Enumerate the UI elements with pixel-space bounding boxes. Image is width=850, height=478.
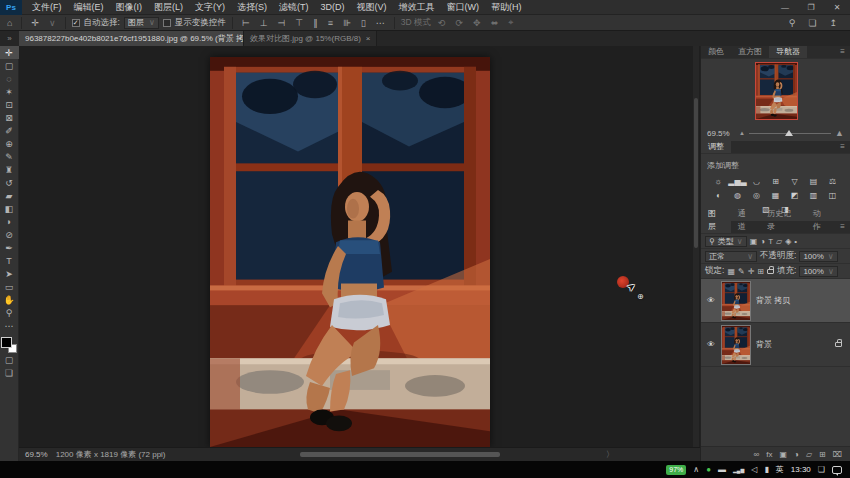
lock-row: 锁定: ▦✎✛⊞ 填充: 100% ∨ xyxy=(701,264,850,279)
3d-mode-label: 3D 模式 xyxy=(401,17,431,29)
add-adjustment-label: 添加调整 xyxy=(707,160,844,171)
lock-label: 锁定: xyxy=(705,265,724,277)
separator xyxy=(394,17,395,29)
blend-mode-row: 正常 ∨ 不透明度: 100% ∨ xyxy=(701,249,850,264)
menu-item[interactable]: 3D(D) xyxy=(315,0,351,15)
current-tool-icon[interactable]: ✛ xyxy=(28,18,42,28)
navigator-zoom-slider[interactable] xyxy=(749,133,831,134)
menu-item[interactable]: 编辑(E) xyxy=(68,0,110,15)
layer-list: 👁 背景 拷贝 👁 背景 xyxy=(701,279,850,367)
menu-item[interactable]: 帮助(H) xyxy=(485,0,528,15)
layer-visibility-eye-icon[interactable]: 👁 xyxy=(706,340,716,349)
restore-icon[interactable]: ❐ xyxy=(798,0,824,15)
share-icon[interactable]: ↥ xyxy=(826,18,840,28)
zoom-out-mountain-icon[interactable]: ▲ xyxy=(739,130,745,136)
tray-app-icon[interactable]: ▬ xyxy=(718,465,726,474)
背景 拷贝[interactable]: 👁 背景 拷贝 xyxy=(701,279,850,323)
navigator-zoom-value[interactable]: 69.5% xyxy=(707,129,735,138)
chevron-down-icon: ∨ xyxy=(149,18,155,27)
tray-chevron-icon[interactable]: ∧ xyxy=(693,465,699,474)
document-tab-1[interactable]: 963878227b0e402b8021e76cf1951880.jpg @ 6… xyxy=(19,31,244,46)
canvas-area[interactable] xyxy=(19,46,700,447)
zoom-in-mountain-icon[interactable]: ▲ xyxy=(835,128,844,138)
notes-icon[interactable]: ❏ xyxy=(818,465,825,474)
document-tab-bar: » 963878227b0e402b8021e76cf1951880.jpg @… xyxy=(0,31,850,46)
screen-mode-button[interactable]: ❏ xyxy=(0,366,19,379)
document-dimensions: 1200 像素 x 1819 像素 (72 ppi) xyxy=(56,449,166,460)
menu-item[interactable]: 图层(L) xyxy=(148,0,189,15)
chevron-down-icon: ∨ xyxy=(828,267,834,276)
背景[interactable]: 👁 背景 xyxy=(701,323,850,367)
minimize-icon[interactable]: — xyxy=(772,0,798,15)
status-bar: 69.5% 1200 像素 x 1819 像素 (72 ppi) 〉 xyxy=(19,447,700,461)
show-transform-checkbox[interactable] xyxy=(163,19,171,27)
clock[interactable]: 13:30 xyxy=(791,465,811,474)
antivirus-tray-icon[interactable]: ● xyxy=(706,465,711,474)
foreground-background-swatches[interactable] xyxy=(1,337,17,353)
menu-item[interactable]: 视图(V) xyxy=(351,0,393,15)
lock-all-icon[interactable] xyxy=(767,269,774,274)
layer-name: 背景 拷贝 xyxy=(756,295,829,306)
tools-panel: ✛▢◌✶⊡⊠✐⊕✎♜↺▰◧◗⊘✒T➤▭✋⚲⋯ ▢ ❏ xyxy=(0,46,19,461)
menu-item[interactable]: 文件(F) xyxy=(26,0,68,15)
chevron-down-icon: ∨ xyxy=(828,252,834,261)
opacity-dropdown[interactable]: 100% ∨ xyxy=(799,251,837,262)
panel-menu-icon[interactable]: ≡ xyxy=(835,45,850,58)
chevron-down-icon: ∨ xyxy=(747,252,753,261)
layer-thumbnail[interactable] xyxy=(722,282,750,320)
navigator-thumbnail[interactable] xyxy=(756,63,797,119)
panel-menu-icon[interactable]: ≡ xyxy=(835,140,850,153)
ime-indicator[interactable]: 英 xyxy=(776,464,784,475)
toolbar-collapse-icon[interactable]: » xyxy=(0,31,19,46)
cursor-modifier-icon: ⊕ xyxy=(637,292,644,301)
workspace-switcher-icon[interactable]: ❏ xyxy=(805,18,819,28)
windows-taskbar: 97% ∧ ● ▬ ▂▄▆ ◁ ▮ 英 13:30 ❏ xyxy=(0,461,850,478)
notification-bubble-icon[interactable] xyxy=(832,466,842,474)
home-icon[interactable]: ⌂ xyxy=(4,18,15,28)
menu-item[interactable]: 增效工具 xyxy=(393,0,441,15)
quick-mask-button[interactable]: ▢ xyxy=(0,353,19,366)
vertical-scrollbar[interactable] xyxy=(693,46,699,447)
horizontal-scrollbar-thumb[interactable] xyxy=(300,452,500,457)
more-options-icon[interactable]: ⋯ xyxy=(373,18,388,28)
tab-adjustments[interactable]: 调整 xyxy=(701,140,731,153)
tool-preset-caret-icon[interactable]: ∨ xyxy=(46,18,59,28)
panel-dock: 颜色直方图导航器 ≡ 69.5% ▲ ▲ 调整 ≡ 添加调整 ☼▂▅▃◡⊞▽▤⚖… xyxy=(700,46,850,461)
zoom-level-value[interactable]: 69.5% xyxy=(19,450,56,459)
menu-item[interactable]: 图像(I) xyxy=(110,0,149,15)
document-image[interactable] xyxy=(210,57,490,447)
layer-thumbnail[interactable] xyxy=(722,326,750,364)
foreground-color-swatch[interactable] xyxy=(1,337,12,348)
menu-item[interactable]: 滤镜(T) xyxy=(273,0,315,15)
menu-bar: Ps 文件(F)编辑(E)图像(I)图层(L)文字(Y)选择(S)滤镜(T)3D… xyxy=(0,0,850,15)
tab-close-icon[interactable]: × xyxy=(366,31,371,46)
volume-icon[interactable]: ◁ xyxy=(751,465,757,474)
adjustments-tab-group: 调整 ≡ xyxy=(701,141,850,154)
document-tab-2[interactable]: 效果对比图.jpg @ 15%(RGB/8) × xyxy=(244,31,377,46)
layers-panel-footer: ∞fx▣◑▱⊞⌧ xyxy=(701,446,850,461)
phone-link-icon[interactable]: ▮ xyxy=(764,465,768,474)
layer-filter-type-dropdown[interactable]: ⚲ 类型 ∨ xyxy=(705,236,747,247)
close-icon[interactable]: ✕ xyxy=(824,0,850,15)
panel-menu-icon[interactable]: ≡ xyxy=(835,220,850,233)
auto-select-checkbox[interactable] xyxy=(72,19,80,27)
blend-mode-dropdown[interactable]: 正常 ∨ xyxy=(705,251,757,262)
photoshop-logo: Ps xyxy=(0,0,22,15)
menu-item[interactable]: 文字(Y) xyxy=(189,0,231,15)
network-icon[interactable]: ▂▄▆ xyxy=(733,467,744,473)
document-tab-title: 963878227b0e402b8021e76cf1951880.jpg @ 6… xyxy=(25,31,244,46)
search-icon[interactable]: ⚲ xyxy=(786,18,799,28)
fill-dropdown[interactable]: 100% ∨ xyxy=(799,266,837,277)
layer-name: 背景 xyxy=(756,339,829,350)
menu-item[interactable]: 选择(S) xyxy=(231,0,273,15)
vertical-scrollbar-thumb[interactable] xyxy=(694,98,698,248)
status-options-arrow[interactable]: 〉 xyxy=(606,449,614,460)
battery-badge[interactable]: 97% xyxy=(666,465,686,475)
layer-visibility-eye-icon[interactable]: 👁 xyxy=(706,296,716,305)
auto-select-target-dropdown[interactable]: 图层 ∨ xyxy=(124,17,159,29)
menu-item[interactable]: 窗口(W) xyxy=(441,0,486,15)
zoom-slider-thumb[interactable] xyxy=(785,130,793,136)
show-transform-label: 显示变换控件 xyxy=(175,17,226,29)
document-tab-title: 效果对比图.jpg @ 15%(RGB/8) xyxy=(250,31,361,46)
separator xyxy=(232,17,233,29)
